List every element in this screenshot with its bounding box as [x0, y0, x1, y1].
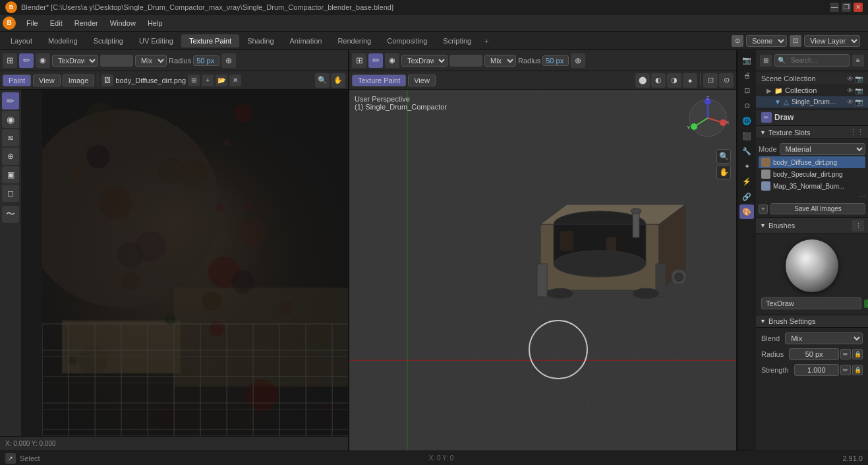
tab-compositing[interactable]: Compositing: [379, 34, 435, 47]
object-item[interactable]: ▼ △ Single_Drum_Compa 👁 📷: [756, 96, 868, 108]
viewport-shading-icon[interactable]: ⬤: [635, 73, 650, 88]
blend-selector[interactable]: Mix: [785, 332, 863, 344]
blend-mode-left[interactable]: Mix: [135, 55, 167, 67]
pan-icon[interactable]: ✋: [331, 73, 345, 88]
blend-mode-right[interactable]: Mix: [484, 55, 516, 67]
view-layer-properties-icon[interactable]: ⊡: [739, 83, 754, 98]
strength-field[interactable]: 1.000: [794, 364, 839, 376]
menu-help[interactable]: Help: [142, 18, 168, 28]
add-workspace-button[interactable]: +: [479, 34, 494, 47]
view-layer-selector[interactable]: View Layer: [804, 35, 860, 47]
image-browse-icon[interactable]: ⊞: [188, 75, 200, 86]
brushes-options-icon[interactable]: ⋮: [852, 220, 864, 232]
color-swatch-left[interactable]: [100, 55, 133, 67]
tab-scripting[interactable]: Scripting: [435, 34, 479, 47]
tab-shading[interactable]: Shading: [239, 34, 281, 47]
render-properties-icon[interactable]: 📷: [739, 53, 754, 67]
radius-field[interactable]: 50 px: [789, 348, 839, 360]
tab-uv-editing[interactable]: UV Editing: [131, 34, 181, 47]
viewport-editor-type-icon[interactable]: ⊞: [352, 53, 366, 68]
texture-slot-diffuse[interactable]: body_Diffuse_dirt.png: [759, 156, 865, 168]
tab-modeling[interactable]: Modeling: [40, 34, 86, 47]
viewport-gizmo[interactable]: Z X Y: [685, 95, 731, 141]
particle-properties-icon[interactable]: ✦: [739, 159, 754, 173]
draw-tool[interactable]: ✏: [2, 92, 19, 109]
image-new-icon[interactable]: +: [202, 75, 214, 86]
image-close-icon[interactable]: ✕: [229, 75, 241, 86]
menu-render[interactable]: Render: [69, 18, 103, 28]
mode-selector[interactable]: Material: [780, 143, 865, 155]
scene-collection-render-icon[interactable]: 📷: [855, 75, 863, 82]
brush-settings-header[interactable]: ▼ Brush Settings: [756, 315, 868, 328]
object-visibility-icon[interactable]: 👁: [847, 98, 854, 106]
viewport-rendered-icon[interactable]: ●: [683, 73, 697, 88]
close-button[interactable]: ✕: [854, 3, 863, 12]
move-icon[interactable]: ✋: [716, 165, 731, 179]
output-properties-icon[interactable]: 🖨: [739, 68, 754, 82]
radius-value-right[interactable]: 50 px: [542, 55, 569, 66]
soften-tool[interactable]: ◉: [2, 111, 19, 128]
curve-stroke-tool[interactable]: 〜: [2, 206, 19, 223]
outliner-filter-icon[interactable]: ⊞: [760, 55, 772, 67]
maximize-button[interactable]: ❐: [842, 3, 851, 12]
collection-item[interactable]: ▶ 📁 Collection 👁 📷: [756, 84, 868, 96]
viewport-draw-icon[interactable]: ✏: [368, 53, 383, 68]
paint-mode-button[interactable]: Paint: [3, 75, 31, 86]
modifier-properties-icon[interactable]: 🔧: [739, 144, 754, 158]
strength-pen-icon[interactable]: ✏: [840, 365, 851, 375]
eyedropper-right-icon[interactable]: ⊕: [571, 53, 585, 68]
strength-lock-icon[interactable]: 🔒: [852, 365, 863, 375]
tab-texture-paint[interactable]: Texture Paint: [181, 34, 239, 47]
tab-rendering[interactable]: Rendering: [330, 34, 379, 47]
radius-lock-icon[interactable]: 🔒: [852, 349, 863, 359]
uv-canvas[interactable]: [42, 90, 348, 436]
viewport-solid-icon[interactable]: ◐: [651, 73, 666, 88]
minimize-button[interactable]: —: [830, 3, 839, 12]
menu-edit[interactable]: Edit: [45, 18, 68, 28]
viewport-material-icon[interactable]: ◑: [667, 73, 681, 88]
object-render-icon[interactable]: 📷: [855, 98, 863, 106]
tab-animation[interactable]: Animation: [282, 34, 330, 47]
blender-logo[interactable]: B: [3, 16, 16, 30]
scene-collection-visibility-icon[interactable]: 👁: [847, 75, 854, 82]
zoom-icon[interactable]: 🔍: [315, 73, 330, 88]
world-properties-icon[interactable]: 🌐: [739, 113, 754, 128]
constraint-properties-icon[interactable]: 🔗: [739, 189, 754, 204]
add-texture-slot-button[interactable]: +: [759, 204, 768, 214]
texture-slots-options-icon[interactable]: ⋮⋮: [850, 128, 864, 137]
erase-tool[interactable]: ◻: [2, 185, 19, 202]
clone-tool[interactable]: ⊕: [2, 148, 19, 165]
scene-selector[interactable]: Scene: [746, 35, 787, 47]
zoom-in-button[interactable]: 🔍: [716, 149, 731, 164]
object-properties-icon[interactable]: ⬛: [739, 129, 754, 143]
texture-slots-header[interactable]: ▼ Texture Slots ⋮⋮: [756, 126, 868, 139]
texture-slot-specular[interactable]: body_Specular_dirt.png: [759, 168, 865, 180]
save-all-images-button[interactable]: Save All Images: [770, 203, 865, 214]
smear-tool[interactable]: ≋: [2, 129, 19, 146]
brush-name-select-left[interactable]: TexDraw: [52, 55, 98, 67]
draw-brush-icon[interactable]: ✏: [19, 53, 34, 68]
radius-pen-icon[interactable]: ✏: [840, 349, 851, 359]
image-button-left[interactable]: Image: [63, 75, 95, 86]
menu-file[interactable]: File: [21, 18, 43, 28]
texture-slot-normal[interactable]: Map_35_Normal_Bum...: [759, 180, 865, 192]
menu-window[interactable]: Window: [105, 18, 141, 28]
brushes-header[interactable]: ▼ Brushes ⋮: [756, 217, 868, 234]
tab-sculpting[interactable]: Sculpting: [86, 34, 131, 47]
view-button-right[interactable]: View: [408, 75, 436, 86]
view-button-left[interactable]: View: [33, 75, 61, 86]
editor-type-icon[interactable]: ⊞: [3, 53, 17, 68]
texture-paint-mode-button[interactable]: Texture Paint: [352, 75, 406, 86]
overlay-icon[interactable]: ⊡: [703, 73, 718, 88]
radius-value-left[interactable]: 50 px: [193, 55, 219, 66]
outliner-options-icon[interactable]: ≡: [852, 55, 864, 67]
brush-name-input[interactable]: TexDraw: [761, 297, 861, 309]
active-tool-icon[interactable]: ◉: [36, 53, 50, 68]
titlebar-controls[interactable]: — ❐ ✕: [830, 3, 863, 12]
fill-tool[interactable]: ▣: [2, 166, 19, 183]
scene-properties-icon[interactable]: ⊙: [739, 98, 754, 113]
material-properties-icon[interactable]: 🎨: [739, 204, 754, 219]
tab-layout[interactable]: Layout: [3, 34, 40, 47]
collection-visibility-icon[interactable]: 👁: [847, 87, 854, 94]
collection-render-icon[interactable]: 📷: [855, 87, 863, 94]
